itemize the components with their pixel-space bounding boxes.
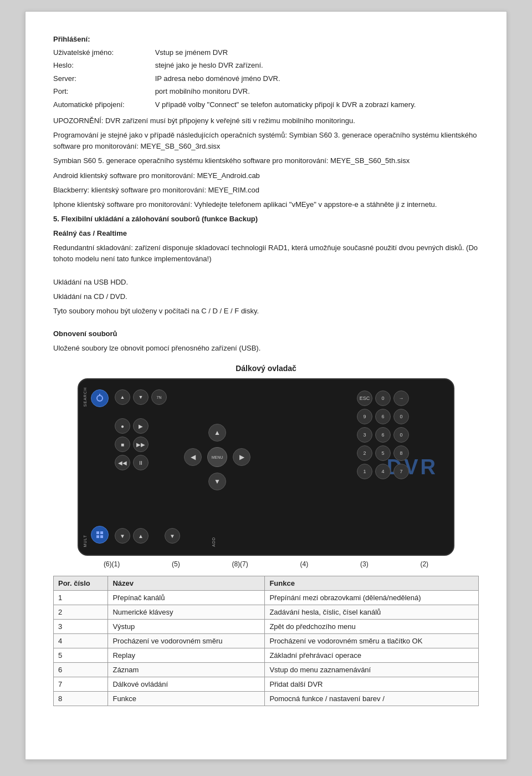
btn-rec[interactable]: ● xyxy=(115,418,130,434)
login-title: Přihlášení: xyxy=(53,34,479,45)
remote-title: Dálkový ovladač xyxy=(53,364,479,373)
cell-num: 1 xyxy=(54,591,108,605)
cell-name: Dálkové ovládání xyxy=(108,677,265,692)
cell-name: Záznam xyxy=(108,663,265,677)
arrow-right[interactable]: ▶ xyxy=(233,448,250,466)
numpad: ESC 0 → 9 6 0 3 6 0 2 5 8 1 4 7 xyxy=(357,390,409,479)
login-field-4: Port: port mobilního monitoru DVR. xyxy=(53,86,479,97)
btn-0c[interactable]: 0 xyxy=(393,427,409,443)
realtime-title: Reálný čas / Realtime xyxy=(53,228,479,239)
restore-title: Obnovení souborů xyxy=(53,328,479,339)
cell-func: Zpět do předchozího menu xyxy=(265,620,479,634)
btn-v-up[interactable]: ▲ xyxy=(133,528,149,544)
cell-num: 8 xyxy=(54,692,108,706)
svg-rect-3 xyxy=(100,531,103,534)
section5-title: 5. Flexibilní ukládání a zálohování soub… xyxy=(53,214,479,225)
btn-2[interactable]: 2 xyxy=(357,445,372,461)
btn-9[interactable]: 9 xyxy=(357,409,372,424)
label-5: (5) xyxy=(172,560,180,568)
btn-7[interactable]: 7 xyxy=(393,464,409,479)
col-header-num: Por. číslo xyxy=(54,576,108,591)
label-87: (8)(7) xyxy=(232,560,248,568)
btn-3[interactable]: 3 xyxy=(357,427,372,443)
cell-name: Funkce xyxy=(108,692,265,706)
remote-container: DVR SEARCH MULT ADD ▲ ▼ 7N xyxy=(53,378,479,556)
label-61: (6)(1) xyxy=(104,560,120,568)
btn-play[interactable]: ▶ xyxy=(133,418,149,434)
labels-row: (6)(1) (5) (8)(7) (4) (3) (2) xyxy=(78,560,454,568)
paragraph-3: Symbian S60 5. generace operačního systé… xyxy=(53,155,479,166)
login-field-5: Automatické připojení: V případě volby "… xyxy=(53,99,479,110)
arrow-down[interactable]: ▼ xyxy=(208,473,226,490)
table-row: 1 Přepínač kanálů Přepínání mezi obrazov… xyxy=(54,591,479,605)
search-label: SEARCH xyxy=(83,387,87,407)
page: Přihlášení: Uživatelské jméno: Vstup se … xyxy=(25,11,507,760)
field-label-5: Automatické připojení: xyxy=(53,99,153,110)
btn-6b[interactable]: 6 xyxy=(375,427,391,443)
cell-func: Přidat další DVR xyxy=(265,677,479,692)
record-controls: ● ▶ ■ ▶▶ ◀◀ ⏸ xyxy=(115,418,149,470)
login-field-2: Heslo: stejné jako je heslo DVR zařízení… xyxy=(53,60,479,71)
field-label-2: Heslo: xyxy=(53,60,153,71)
cell-func: Pomocná funkce / nastavení barev / xyxy=(265,692,479,706)
mult-button-area xyxy=(91,526,109,544)
login-field-1: Uživatelské jméno: Vstup se jménem DVR xyxy=(53,47,479,58)
btn-rew[interactable]: ◀◀ xyxy=(115,455,130,470)
btn-pause[interactable]: ⏸ xyxy=(133,455,149,470)
col-header-name: Název xyxy=(108,576,265,591)
svg-rect-2 xyxy=(96,531,99,534)
restore-text: Uložené soubory lze obnovit pomocí přeno… xyxy=(53,343,479,354)
cell-func: Přepínání mezi obrazovkami (dělená/neděl… xyxy=(265,591,479,605)
label-4: (4) xyxy=(300,560,309,568)
col-header-func: Funkce xyxy=(265,576,479,591)
btn-ff[interactable]: ▶▶ xyxy=(133,437,149,452)
table-row: 7 Dálkové ovládání Přidat další DVR xyxy=(54,677,479,692)
login-field-3: Server: IP adresa nebo doménové jméno DV… xyxy=(53,73,479,84)
btn-4[interactable]: 4 xyxy=(375,464,391,479)
field-label-4: Port: xyxy=(53,86,153,97)
btn-7n[interactable]: 7N xyxy=(151,389,167,405)
cell-name: Procházení ve vodorovném směru xyxy=(108,634,265,648)
table-row: 2 Numerické klávesy Zadávání hesla, čísl… xyxy=(54,605,479,620)
menu-button[interactable]: MENU xyxy=(207,447,227,467)
cell-func: Zadávání hesla, číslic, čísel kanálů xyxy=(265,605,479,620)
btn-5[interactable]: 5 xyxy=(375,445,391,461)
svg-rect-5 xyxy=(100,535,103,538)
add-label: ADD xyxy=(212,537,216,547)
cell-func: Procházení ve vodorovném směru a tlačítk… xyxy=(265,634,479,648)
btn-stop[interactable]: ■ xyxy=(115,437,130,452)
svg-point-0 xyxy=(97,395,103,401)
field-value-1: Vstup se jménem DVR xyxy=(155,47,228,58)
cell-name: Výstup xyxy=(108,620,265,634)
bottom-center: ▼ xyxy=(165,528,180,544)
table-row: 3 Výstup Zpět do předchozího menu xyxy=(54,620,479,634)
btn-v-down[interactable]: ▼ xyxy=(115,528,130,544)
paragraph-4: Android klientský software pro monitorov… xyxy=(53,170,479,181)
table-row: 5 Replay Základní přehrávací operace xyxy=(54,648,479,663)
btn-right-arrow[interactable]: → xyxy=(393,390,409,406)
mult-button[interactable] xyxy=(91,526,109,544)
table-row: 4 Procházení ve vodorovném směru Procház… xyxy=(54,634,479,648)
btn-down-2[interactable]: ▼ xyxy=(165,528,180,544)
labels-container: (6)(1) (5) (8)(7) (4) (3) (2) xyxy=(53,560,479,568)
btn-1[interactable]: 1 xyxy=(357,464,372,479)
field-value-4: port mobilního monitoru DVR. xyxy=(155,86,250,97)
btn-8[interactable]: 8 xyxy=(393,445,409,461)
field-value-5: V případě volby "Connect" se telefon aut… xyxy=(155,99,416,110)
btn-6[interactable]: 6 xyxy=(375,409,391,424)
btn-up-1[interactable]: ▲ xyxy=(115,389,130,405)
arrow-left[interactable]: ◀ xyxy=(184,448,202,466)
btn-0b[interactable]: 0 xyxy=(393,409,409,424)
power-button[interactable] xyxy=(91,389,109,407)
cell-name: Numerické klávesy xyxy=(108,605,265,620)
label-3: (3) xyxy=(360,560,369,568)
cell-func: Vstup do menu zaznamenávání xyxy=(265,663,479,677)
btn-exit[interactable]: ESC xyxy=(357,390,372,406)
field-label-3: Server: xyxy=(53,73,153,84)
table-row: 6 Záznam Vstup do menu zaznamenávání xyxy=(54,663,479,677)
arrow-up[interactable]: ▲ xyxy=(208,424,226,442)
cell-num: 2 xyxy=(54,605,108,620)
btn-0[interactable]: 0 xyxy=(375,390,391,406)
cell-func: Základní přehrávací operace xyxy=(265,648,479,663)
btn-down-1[interactable]: ▼ xyxy=(133,389,149,405)
